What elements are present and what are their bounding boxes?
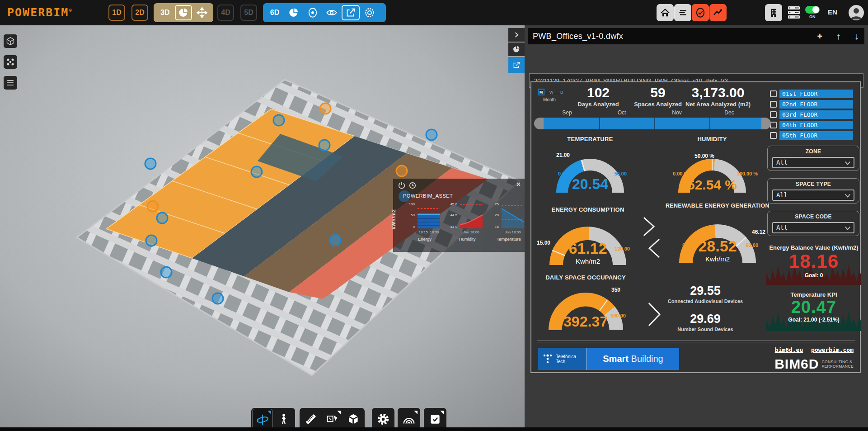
user-avatar[interactable] bbox=[849, 5, 864, 20]
checkbox-icon[interactable] bbox=[770, 111, 777, 118]
floor-filter-2[interactable]: 02nd FLOOR bbox=[770, 100, 853, 109]
components-icon[interactable] bbox=[4, 55, 17, 69]
add-icon[interactable]: + bbox=[817, 31, 822, 42]
language-selector[interactable]: EN bbox=[828, 8, 837, 16]
asset-marker[interactable] bbox=[319, 139, 331, 152]
energy-balance-value: 18.16 bbox=[766, 251, 862, 272]
tooltip-y-axis: kWh/m2 bbox=[391, 209, 396, 229]
check-circle-button[interactable] bbox=[692, 4, 709, 21]
zone-select[interactable]: All bbox=[772, 157, 854, 168]
space-type-select[interactable]: All bbox=[772, 189, 854, 201]
asset-marker[interactable] bbox=[156, 212, 169, 224]
asset-marker[interactable] bbox=[160, 266, 173, 279]
checkbox-icon[interactable] bbox=[770, 90, 777, 97]
section-tool[interactable] bbox=[322, 409, 342, 429]
menu-list-button[interactable] bbox=[674, 4, 691, 21]
report-tab[interactable] bbox=[508, 57, 525, 73]
history-icon[interactable] bbox=[408, 181, 417, 189]
footer-links: bim6d.eu powerbim.com bbox=[770, 346, 854, 353]
charts-tab[interactable] bbox=[508, 43, 525, 56]
kpi-dashboard: M W D Month 102Days Analyzed 59Spaces An… bbox=[530, 81, 861, 373]
mode-3d-button[interactable]: 3D bbox=[156, 5, 174, 20]
checkbox-icon[interactable] bbox=[770, 101, 777, 108]
space-code-select[interactable]: All bbox=[772, 222, 854, 233]
space-type-filter: SPACE TYPE All bbox=[767, 178, 859, 204]
floor-filter-1[interactable]: 01st FLOOR bbox=[770, 90, 853, 98]
powerbim-link[interactable]: powerbim.com bbox=[811, 346, 854, 353]
telefonica-logo: TelefónicaTech bbox=[538, 348, 586, 370]
building-button[interactable] bbox=[765, 4, 782, 21]
external-link-icon[interactable] bbox=[342, 5, 360, 20]
temperature-gauge: TEMPERATURE 21.00 20.54 0.00 50.00 bbox=[538, 136, 642, 193]
rainbow-icon[interactable] bbox=[399, 409, 419, 429]
checkbox-icon[interactable] bbox=[770, 132, 777, 139]
energy-balance-title: Energy Balance Value (Kwh/m2) bbox=[766, 244, 862, 251]
asset-tooltip: × POWERBIM_ASSET kWh/m2 100 50 0 18:15 1… bbox=[393, 179, 525, 252]
record-target-icon[interactable] bbox=[304, 5, 322, 20]
power-icon[interactable] bbox=[398, 181, 406, 189]
month-label: Oct bbox=[618, 109, 626, 116]
model-icon[interactable] bbox=[4, 34, 17, 48]
explode-tool[interactable] bbox=[343, 409, 363, 429]
pie-view-icon[interactable] bbox=[175, 5, 192, 20]
energy-consumption-gauge: ENERGY CONSUMPTION 15.00 61.12 Kwh/m2 0.… bbox=[536, 206, 640, 265]
list-icon[interactable] bbox=[4, 76, 17, 90]
checkbox-icon[interactable] bbox=[770, 122, 777, 128]
timeline-slider[interactable] bbox=[534, 118, 771, 129]
walk-tool[interactable] bbox=[274, 409, 294, 429]
asset-marker[interactable] bbox=[212, 293, 224, 305]
mode-6d-button[interactable]: 6D bbox=[266, 5, 284, 20]
floor-filter-3[interactable]: 03rd FLOOR bbox=[770, 110, 853, 119]
audiovisual-devices-value: 29.55 bbox=[651, 284, 760, 298]
bim6d-link[interactable]: bim6d.eu bbox=[775, 346, 803, 353]
asset-marker[interactable] bbox=[147, 200, 159, 213]
asset-marker[interactable] bbox=[145, 158, 157, 170]
report-panel: PWB_Offices_v1-0.dwfx + ↑ ↓ Page: SMART … bbox=[525, 25, 868, 431]
close-icon[interactable]: × bbox=[516, 180, 521, 189]
collapse-panel-tab[interactable] bbox=[508, 28, 525, 42]
trend-button[interactable] bbox=[709, 4, 727, 21]
move-icon[interactable] bbox=[193, 5, 211, 20]
asset-marker[interactable] bbox=[396, 165, 408, 177]
temperature-kpi-goal: Goal: 21.00 (-2.51%) bbox=[766, 317, 862, 323]
viewer-3d[interactable]: × POWERBIM_ASSET kWh/m2 100 50 0 18:15 1… bbox=[0, 25, 525, 431]
mode-4d-button[interactable]: 4D bbox=[217, 5, 234, 21]
server-toggle-label: ON bbox=[809, 14, 816, 19]
mode-5d-button[interactable]: 5D bbox=[240, 5, 257, 21]
month-label: Dec bbox=[724, 109, 734, 116]
chevron-pair-icon bbox=[641, 216, 665, 261]
arrow-up-icon[interactable]: ↑ bbox=[836, 31, 840, 42]
space-code-filter: SPACE CODE All bbox=[767, 211, 859, 236]
model-title: PWB_Offices_v1-0.dwfx bbox=[533, 32, 623, 41]
period-month-option[interactable]: M bbox=[538, 89, 544, 95]
asset-marker[interactable] bbox=[145, 235, 158, 247]
bim6d-logo: BIM6D CONSULTING &PERFORMANCE bbox=[774, 356, 854, 372]
arrow-down-icon[interactable]: ↓ bbox=[854, 31, 859, 42]
eye-icon[interactable] bbox=[323, 5, 341, 20]
asset-marker[interactable] bbox=[273, 114, 285, 127]
asset-marker[interactable] bbox=[426, 129, 438, 141]
chevron-down-icon bbox=[845, 193, 851, 199]
renewable-energy-gauge: RENEWABLE ENERGY GENERATION 46.12 28.52 … bbox=[663, 203, 772, 263]
server-toggle[interactable] bbox=[805, 6, 820, 14]
orbit-tool[interactable] bbox=[253, 409, 272, 429]
mode-3d-group: 3D bbox=[154, 3, 213, 22]
measure-tool[interactable] bbox=[301, 409, 321, 429]
tooltip-title: POWERBIM_ASSET bbox=[403, 193, 453, 199]
pie-chart-icon[interactable] bbox=[285, 5, 303, 20]
checkbox-icon[interactable] bbox=[425, 409, 445, 429]
bottom-strip bbox=[0, 427, 868, 431]
sound-devices-label: Number Sound Devices bbox=[651, 327, 760, 332]
settings-dashed-icon[interactable] bbox=[361, 5, 379, 20]
chevron-down-icon bbox=[845, 226, 851, 231]
gear-icon[interactable] bbox=[373, 409, 393, 429]
floor-filter-4[interactable]: 04th FLOOR bbox=[770, 121, 853, 129]
floor-filter-5[interactable]: 05th FLOOR bbox=[770, 131, 853, 140]
mode-2d-button[interactable]: 2D bbox=[131, 5, 148, 21]
home-button[interactable] bbox=[657, 4, 674, 21]
telefonica-smartbuilding-banner[interactable]: TelefónicaTech Smart Building bbox=[538, 348, 679, 370]
mode-1d-button[interactable]: 1D bbox=[108, 5, 125, 21]
asset-marker[interactable] bbox=[329, 234, 342, 246]
asset-marker[interactable] bbox=[319, 103, 332, 115]
asset-marker[interactable] bbox=[251, 166, 263, 178]
